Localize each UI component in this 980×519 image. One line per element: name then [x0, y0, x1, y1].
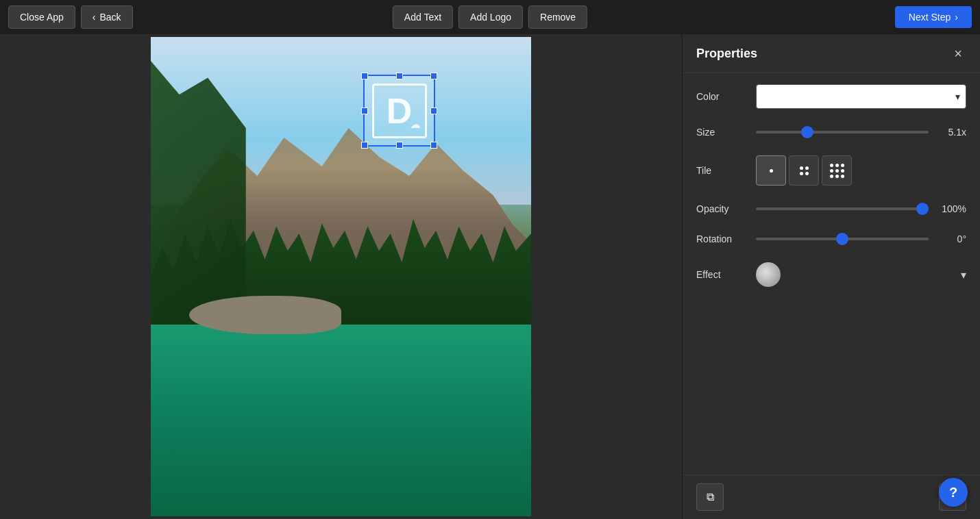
effect-chevron-icon: ▾ [961, 268, 966, 281]
panel-content: Color ▾ Size 5.1x Tile [683, 73, 980, 474]
remove-button[interactable]: Remove [528, 5, 587, 29]
rotation-label: Rotation [696, 233, 748, 244]
tile-buttons [756, 155, 852, 186]
tile-control [756, 155, 966, 186]
panel-footer: ⧉ 🗑 [683, 474, 980, 519]
size-row: Size 5.1x [696, 125, 966, 139]
duplicate-button[interactable]: ⧉ [696, 483, 724, 511]
logo-inner: D ☁ [372, 84, 427, 138]
size-control: 5.1x [756, 125, 966, 139]
color-chevron-icon: ▾ [955, 91, 960, 102]
tile-nine-button[interactable] [822, 155, 852, 186]
handle-bottom-left[interactable] [361, 142, 368, 149]
handle-left-mid[interactable] [361, 107, 368, 114]
handle-top-right[interactable] [430, 73, 437, 79]
handle-bottom-right[interactable] [430, 142, 437, 149]
logo-letter: D [387, 93, 413, 129]
rotation-control: 0° [756, 232, 966, 246]
color-picker-button[interactable]: ▾ [756, 84, 966, 109]
back-button[interactable]: ‹ Back [81, 5, 133, 29]
opacity-slider[interactable] [756, 207, 929, 210]
panel-title: Properties [696, 47, 757, 61]
rotation-row: Rotation 0° [696, 232, 966, 246]
opacity-control: 100% [756, 202, 966, 216]
tile-single-button[interactable] [756, 155, 786, 186]
canvas-area[interactable]: D ☁ [0, 34, 682, 519]
tile-dot [770, 169, 773, 173]
opacity-label: Opacity [696, 203, 748, 214]
tile-nine-dots [830, 164, 844, 178]
opacity-row: Opacity 100% [696, 202, 966, 216]
help-button[interactable]: ? [939, 478, 968, 507]
image-container: D ☁ [151, 37, 531, 516]
back-chevron-icon: ‹ [93, 12, 96, 23]
color-row: Color ▾ [696, 84, 966, 109]
opacity-slider-wrapper [756, 202, 929, 216]
duplicate-icon: ⧉ [707, 491, 714, 503]
color-label: Color [696, 91, 748, 102]
scene-lake-reflection [151, 334, 531, 516]
size-label: Size [696, 127, 748, 138]
opacity-value: 100% [935, 203, 966, 214]
topbar-left: Close App ‹ Back [8, 5, 133, 29]
effect-label: Effect [696, 269, 748, 280]
main-area: D ☁ Properties × Color ▾ [0, 34, 980, 519]
image-background [151, 37, 531, 516]
back-label: Back [100, 12, 121, 23]
properties-panel: Properties × Color ▾ Size [682, 34, 980, 519]
rotation-slider-wrapper [756, 232, 929, 246]
tile-single-dots [770, 169, 773, 173]
next-step-icon: › [955, 12, 958, 23]
handle-top-left[interactable] [361, 73, 368, 79]
topbar-right: Next Step › [895, 6, 972, 28]
topbar-center: Add Text Add Logo Remove [393, 5, 587, 29]
next-step-label: Next Step [909, 12, 951, 23]
logo-overlay[interactable]: D ☁ [363, 75, 435, 147]
effect-preview [756, 262, 781, 287]
close-app-button[interactable]: Close App [8, 5, 75, 29]
tile-label: Tile [696, 165, 748, 176]
panel-close-button[interactable]: × [950, 45, 966, 62]
tile-row: Tile [696, 155, 966, 186]
logo-cloud-icon: ☁ [410, 118, 421, 131]
effect-row: Effect ▾ [696, 262, 966, 287]
tile-quad-dots [800, 166, 809, 175]
panel-header: Properties × [683, 34, 980, 73]
handle-top-mid[interactable] [396, 73, 403, 79]
handle-right-mid[interactable] [430, 107, 437, 114]
tile-quad-button[interactable] [789, 155, 819, 186]
rotation-value: 0° [935, 233, 966, 244]
size-slider[interactable] [756, 131, 929, 134]
size-slider-wrapper [756, 125, 929, 139]
topbar: Close App ‹ Back Add Text Add Logo Remov… [0, 0, 980, 34]
add-logo-button[interactable]: Add Logo [458, 5, 523, 29]
add-text-button[interactable]: Add Text [393, 5, 453, 29]
scene-rocks [189, 296, 341, 334]
rotation-slider[interactable] [756, 238, 929, 240]
next-step-button[interactable]: Next Step › [895, 6, 972, 28]
handle-bottom-mid[interactable] [396, 142, 403, 149]
effect-control: ▾ [756, 262, 966, 287]
size-value: 5.1x [935, 127, 966, 138]
color-control: ▾ [756, 84, 966, 109]
